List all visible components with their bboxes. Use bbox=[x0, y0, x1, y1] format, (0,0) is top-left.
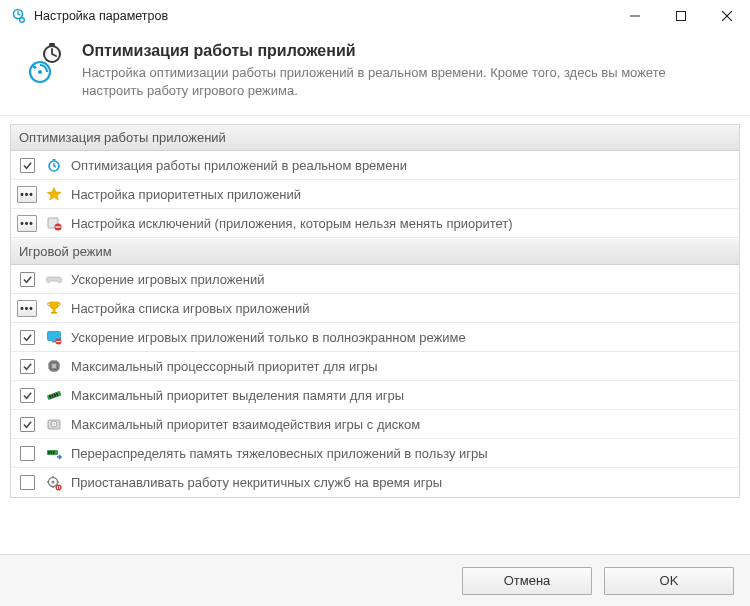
row-label: Перераспределять память тяжеловесных при… bbox=[71, 446, 488, 461]
svg-rect-56 bbox=[57, 486, 58, 489]
svg-point-7 bbox=[38, 70, 42, 74]
svg-point-44 bbox=[53, 423, 55, 425]
svg-point-50 bbox=[52, 480, 55, 483]
checkbox-disk-priority[interactable] bbox=[20, 417, 35, 432]
configure-button-exclusions[interactable]: ••• bbox=[17, 215, 37, 232]
svg-rect-20 bbox=[52, 341, 56, 343]
row-mem-priority: Максимальный приоритет выделения памяти … bbox=[11, 381, 739, 410]
row-game-boost: Ускорение игровых приложений bbox=[11, 265, 739, 294]
header-icon bbox=[20, 42, 68, 90]
star-icon bbox=[45, 185, 63, 203]
cancel-button[interactable]: Отмена bbox=[462, 567, 592, 595]
ram-icon bbox=[45, 386, 63, 404]
checkbox-mem-priority[interactable] bbox=[20, 388, 35, 403]
section-header-optimization: Оптимизация работы приложений bbox=[11, 125, 739, 151]
page-header: Оптимизация работы приложений Настройка … bbox=[0, 32, 750, 116]
row-exclusions: ••• Настройка исключений (приложения, ко… bbox=[11, 209, 739, 238]
svg-rect-46 bbox=[49, 451, 50, 454]
settings-panel: Оптимизация работы приложений Оптимизаци… bbox=[10, 124, 740, 498]
maximize-button[interactable] bbox=[658, 0, 704, 32]
row-disk-priority: Максимальный приоритет взаимодействия иг… bbox=[11, 410, 739, 439]
checkbox-game-boost[interactable] bbox=[20, 272, 35, 287]
row-game-list: ••• Настройка списка игровых приложений bbox=[11, 294, 739, 323]
configure-button-game-list[interactable]: ••• bbox=[17, 300, 37, 317]
gamepad-icon bbox=[45, 270, 63, 288]
stopwatch-icon bbox=[45, 156, 63, 174]
row-realtime-optimization: Оптимизация работы приложений в реальном… bbox=[11, 151, 739, 180]
svg-rect-16 bbox=[56, 226, 61, 227]
minimize-button[interactable] bbox=[612, 0, 658, 32]
row-label: Максимальный процессорный приоритет для … bbox=[71, 359, 378, 374]
row-label: Ускорение игровых приложений только в по… bbox=[71, 330, 466, 345]
ram-transfer-icon bbox=[45, 444, 63, 462]
window-buttons bbox=[612, 0, 750, 32]
row-cpu-priority: Максимальный процессорный приоритет для … bbox=[11, 352, 739, 381]
svg-rect-11 bbox=[49, 43, 55, 46]
lock-icon bbox=[45, 214, 63, 232]
disk-icon bbox=[45, 415, 63, 433]
row-label: Максимальный приоритет выделения памяти … bbox=[71, 388, 404, 403]
gear-pause-icon bbox=[45, 474, 63, 492]
checkbox-suspend-services[interactable] bbox=[20, 475, 35, 490]
checkbox-realtime[interactable] bbox=[20, 158, 35, 173]
close-button[interactable] bbox=[704, 0, 750, 32]
svg-rect-57 bbox=[59, 486, 60, 489]
row-redistribute-memory: Перераспределять память тяжеловесных при… bbox=[11, 439, 739, 468]
svg-rect-24 bbox=[52, 364, 56, 368]
svg-rect-37 bbox=[47, 391, 62, 400]
svg-rect-48 bbox=[53, 451, 54, 454]
row-label: Настройка списка игровых приложений bbox=[71, 301, 310, 316]
row-label: Настройка приоритетных приложений bbox=[71, 187, 301, 202]
ok-button[interactable]: OK bbox=[604, 567, 734, 595]
section-header-game-mode: Игровой режим bbox=[11, 238, 739, 265]
app-icon bbox=[10, 8, 26, 24]
page-title: Оптимизация работы приложений bbox=[82, 42, 730, 60]
row-label: Ускорение игровых приложений bbox=[71, 272, 265, 287]
row-priority-apps: ••• Настройка приоритетных приложений bbox=[11, 180, 739, 209]
row-label: Оптимизация работы приложений в реальном… bbox=[71, 158, 407, 173]
trophy-icon bbox=[45, 299, 63, 317]
configure-button-priority-apps[interactable]: ••• bbox=[17, 186, 37, 203]
cpu-icon bbox=[45, 357, 63, 375]
svg-rect-47 bbox=[51, 451, 52, 454]
svg-point-1 bbox=[20, 18, 25, 23]
checkbox-cpu-priority[interactable] bbox=[20, 359, 35, 374]
page-subtitle: Настройка оптимизации работы приложений … bbox=[82, 64, 730, 99]
svg-rect-13 bbox=[53, 159, 56, 161]
svg-rect-22 bbox=[56, 341, 60, 342]
title-bar: Настройка параметров bbox=[0, 0, 750, 32]
svg-rect-3 bbox=[677, 12, 686, 21]
row-fullscreen-only: Ускорение игровых приложений только в по… bbox=[11, 323, 739, 352]
svg-point-55 bbox=[56, 484, 62, 490]
dialog-footer: Отмена OK bbox=[0, 554, 750, 606]
monitor-icon bbox=[45, 328, 63, 346]
checkbox-redistribute-memory[interactable] bbox=[20, 446, 35, 461]
row-label: Максимальный приоритет взаимодействия иг… bbox=[71, 417, 420, 432]
svg-rect-17 bbox=[53, 309, 56, 312]
window-title: Настройка параметров bbox=[34, 9, 612, 23]
row-label: Настройка исключений (приложения, которы… bbox=[71, 216, 513, 231]
row-suspend-services: Приостанавливать работу некритичных служ… bbox=[11, 468, 739, 497]
row-label: Приостанавливать работу некритичных служ… bbox=[71, 475, 442, 490]
svg-rect-18 bbox=[51, 312, 57, 314]
checkbox-fullscreen-only[interactable] bbox=[20, 330, 35, 345]
